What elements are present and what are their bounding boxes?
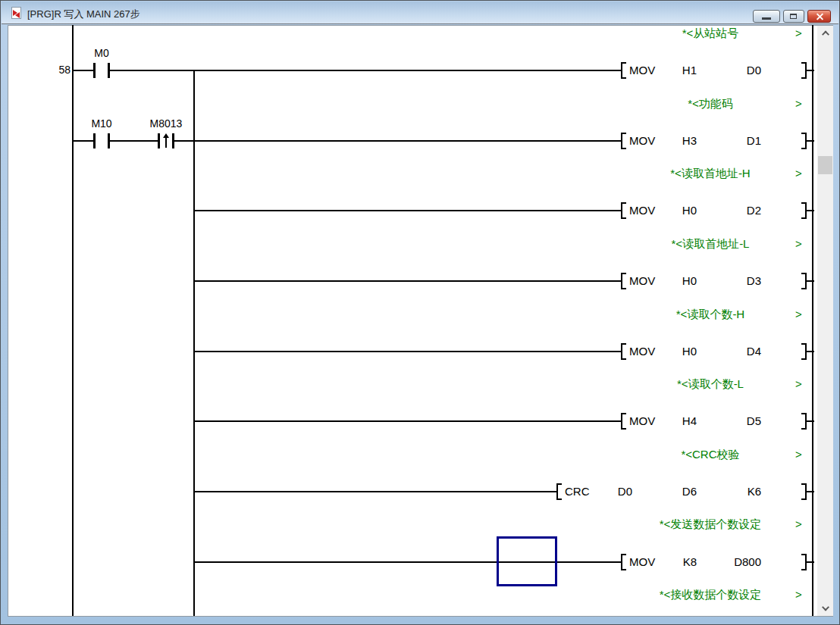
instruction-right-bracket: [801, 483, 807, 500]
instruction-operand[interactable]: D800: [693, 555, 761, 568]
instruction-operand[interactable]: D1: [693, 134, 761, 147]
comment-continuation-marker: >: [795, 517, 802, 530]
left-power-rail: [72, 25, 74, 616]
rung-comment[interactable]: *<读取个数-L: [611, 377, 810, 392]
instruction-right-bracket: [801, 273, 807, 289]
instruction-right-bracket: [801, 554, 807, 570]
rung-line: [73, 70, 622, 71]
rung-comment[interactable]: *<功能码: [611, 97, 810, 111]
scroll-up-button[interactable]: [817, 26, 833, 41]
instruction-operand[interactable]: D2: [693, 204, 761, 217]
or-branch-line: [193, 70, 195, 616]
instruction-right-bracket: [801, 62, 807, 79]
instruction-operand[interactable]: K8: [628, 555, 697, 568]
scrollbar-thumb[interactable]: [818, 156, 832, 174]
comment-continuation-marker: >: [795, 237, 802, 250]
chevron-down-icon: [822, 604, 829, 611]
comment-continuation-marker: >: [795, 588, 802, 601]
instruction-operand[interactable]: D6: [628, 485, 697, 498]
comment-continuation-marker: >: [795, 377, 802, 390]
contact-bar: [158, 133, 160, 148]
ladder-diagram: *<从站站号>*<功能码>*<读取首地址-H>*<读取首地址-L>*<读取个数-…: [1, 1, 839, 624]
instruction-left-bracket: [556, 483, 562, 500]
device-label: M0: [75, 47, 128, 59]
contact-bar: [108, 133, 110, 148]
instruction-right-bracket: [801, 413, 807, 430]
rung-comment[interactable]: *<接收数据个数设定: [611, 588, 810, 602]
instruction-left-bracket: [621, 343, 626, 360]
program-editor-window: [PRG]R 写入 MAIN 267步 *<从站站号>*<功能码>*<读取首地址…: [0, 0, 840, 625]
rung-comment[interactable]: *<发送数据个数设定: [611, 517, 810, 532]
contact-M10[interactable]: [93, 133, 110, 148]
comment-continuation-marker: >: [795, 167, 802, 180]
rung-line: [194, 210, 622, 211]
instruction-operand[interactable]: H3: [628, 134, 697, 147]
instruction-left-bracket: [621, 133, 626, 149]
chevron-up-icon: [822, 30, 829, 38]
device-label: M10: [75, 117, 128, 130]
selection-cursor[interactable]: [497, 536, 557, 586]
rung-comment[interactable]: *<读取个数-H: [611, 308, 810, 322]
instruction-operand[interactable]: D4: [693, 345, 761, 358]
instruction-right-bracket: [801, 343, 807, 360]
contact-bar: [93, 133, 96, 148]
instruction-left-bracket: [621, 413, 626, 430]
instruction-operand[interactable]: D5: [693, 414, 761, 427]
instruction-left-bracket: [621, 202, 626, 219]
instruction-operand[interactable]: K6: [693, 485, 761, 498]
comment-continuation-marker: >: [795, 97, 802, 110]
rung-line: [194, 420, 622, 422]
contact-bar: [108, 63, 110, 78]
rung-comment[interactable]: *<读取首地址-H: [611, 167, 810, 181]
step-number: 58: [30, 64, 71, 76]
instruction-operand[interactable]: H0: [628, 274, 697, 287]
contact-M8013[interactable]: [158, 133, 174, 148]
contact-bar: [172, 133, 174, 148]
rung-line: [194, 351, 622, 352]
instruction-right-bracket: [801, 133, 807, 149]
instruction-operand[interactable]: D0: [564, 485, 632, 498]
right-power-rail: [812, 25, 813, 616]
rung-comment[interactable]: *<CRC校验: [611, 448, 810, 462]
instruction-left-bracket: [621, 62, 626, 79]
instruction-operand[interactable]: H0: [628, 204, 697, 217]
device-label: M8013: [139, 117, 193, 130]
instruction-operand[interactable]: H4: [628, 414, 697, 427]
rung-line: [194, 280, 622, 282]
rung-comment[interactable]: *<从站站号: [611, 27, 810, 41]
instruction-operand[interactable]: H0: [628, 345, 697, 358]
comment-continuation-marker: >: [795, 27, 802, 39]
instruction-operand[interactable]: D3: [693, 274, 761, 287]
rising-pulse-arrow-icon: [165, 137, 167, 148]
instruction-left-bracket: [621, 273, 626, 289]
rung-comment[interactable]: *<读取首地址-L: [611, 237, 810, 252]
contact-bar: [93, 63, 96, 78]
comment-continuation-marker: >: [795, 308, 802, 320]
instruction-operand[interactable]: H1: [628, 64, 697, 77]
rung-line: [194, 561, 622, 563]
instruction-operand[interactable]: D0: [693, 64, 761, 77]
vertical-scrollbar[interactable]: [817, 26, 833, 616]
rung-line: [194, 491, 558, 492]
comment-continuation-marker: >: [795, 448, 802, 461]
instruction-left-bracket: [621, 554, 626, 570]
rising-pulse-arrowhead-icon: [163, 133, 169, 138]
contact-M0[interactable]: [93, 63, 110, 78]
instruction-right-bracket: [801, 202, 807, 219]
rung-line: [73, 140, 622, 142]
scroll-down-button[interactable]: [817, 601, 833, 616]
